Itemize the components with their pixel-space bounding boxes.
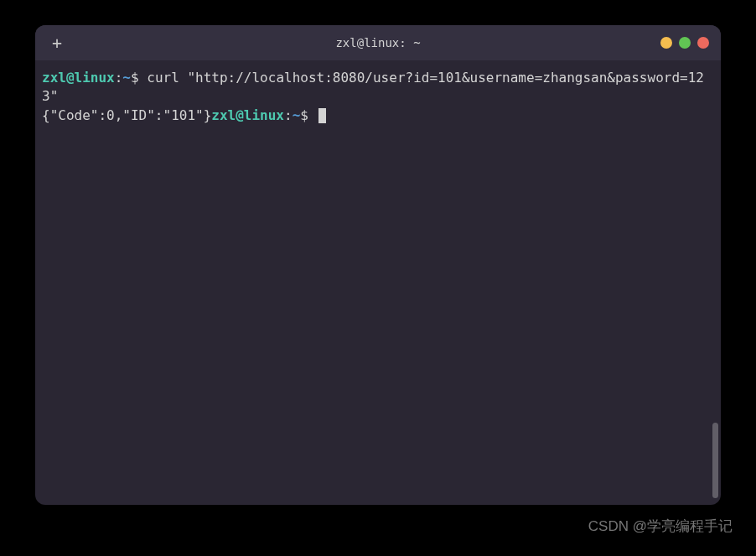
watermark-text: CSDN @学亮编程手记	[588, 517, 733, 536]
command-text: curl "http://localhost:8080/user?id=101&…	[42, 70, 704, 104]
prompt-separator: :	[115, 70, 123, 86]
minimize-button[interactable]	[660, 37, 672, 49]
scrollbar-thumb[interactable]	[712, 423, 718, 498]
output-text: {"Code":0,"ID":"101"}	[42, 107, 211, 123]
prompt-user-host: zxl@linux	[42, 70, 115, 86]
prompt-path: ~	[293, 107, 301, 123]
terminal-body[interactable]: zxl@linux:~$ curl "http://localhost:8080…	[35, 60, 721, 505]
terminal-line-1: zxl@linux:~$ curl "http://localhost:8080…	[42, 69, 714, 107]
prompt-user-host: zxl@linux	[211, 107, 284, 123]
new-tab-button[interactable]: +	[47, 33, 67, 53]
cursor	[318, 108, 326, 123]
close-button[interactable]	[697, 37, 709, 49]
title-bar: + zxl@linux: ~	[35, 25, 721, 60]
window-title: zxl@linux: ~	[335, 36, 420, 49]
prompt-dollar: $	[300, 107, 308, 123]
titlebar-right-controls	[635, 37, 709, 49]
prompt-dollar: $	[131, 70, 139, 86]
prompt-path: ~	[122, 70, 131, 86]
terminal-window: + zxl@linux: ~	[35, 25, 721, 505]
terminal-line-2: {"Code":0,"ID":"101"}zxl@linux:~$	[42, 107, 714, 125]
prompt-separator: :	[284, 107, 293, 123]
maximize-button[interactable]	[679, 37, 691, 49]
window-controls	[660, 37, 709, 49]
